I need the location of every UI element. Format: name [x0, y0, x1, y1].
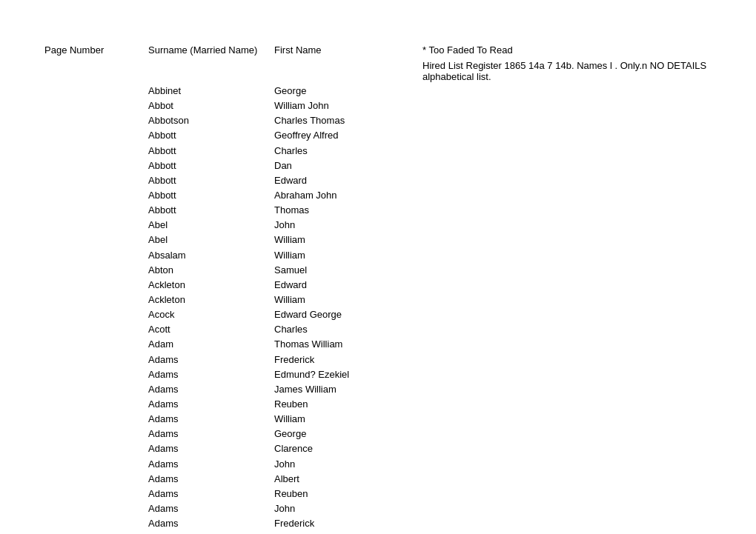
- cell-note: [422, 427, 719, 441]
- table-row: AbtonSamuel: [44, 263, 712, 278]
- table-row: AbbottAbraham John: [44, 188, 712, 203]
- cell-firstname: John: [274, 501, 422, 516]
- cell-surname: Adams: [148, 397, 274, 412]
- cell-page: [44, 472, 148, 487]
- cell-surname: Ackleton: [148, 278, 274, 293]
- cell-firstname: William: [274, 233, 422, 247]
- cell-note: [422, 412, 719, 427]
- cell-surname: Acock: [148, 307, 274, 322]
- table-row: AdamsAlbert: [44, 472, 712, 487]
- cell-note: [422, 188, 719, 203]
- header-note2: Hired List Register 1865 14a 7 14b. Name…: [422, 60, 719, 82]
- cell-note: [422, 441, 719, 456]
- table-row: AbbottEdward: [44, 173, 712, 188]
- cell-page: [44, 128, 148, 143]
- cell-surname: Abbotson: [148, 113, 274, 128]
- cell-surname: Adams: [148, 457, 274, 472]
- cell-note: [422, 367, 719, 382]
- table-row: AbbotWilliam John: [44, 99, 712, 113]
- cell-firstname: William: [274, 248, 422, 263]
- table-row: AbbotsonCharles Thomas: [44, 113, 712, 128]
- header-firstname: First Name: [274, 44, 422, 56]
- cell-page: [44, 337, 148, 352]
- table-row: Abbott Geoffrey Alfred: [44, 128, 712, 143]
- cell-firstname: Edward: [274, 173, 422, 188]
- table-row: AcockEdward George: [44, 307, 712, 322]
- cell-firstname: James William: [274, 382, 422, 397]
- cell-page: [44, 99, 148, 113]
- cell-page: [44, 457, 148, 472]
- cell-page: [44, 531, 148, 534]
- cell-page: [44, 84, 148, 99]
- cell-page: [44, 307, 148, 322]
- cell-note: [422, 278, 719, 293]
- cell-page: [44, 516, 148, 531]
- cell-page: [44, 441, 148, 456]
- cell-page: [44, 487, 148, 501]
- table-row: AdamThomas William: [44, 337, 712, 352]
- cell-note: [422, 293, 719, 307]
- cell-page: [44, 248, 148, 263]
- cell-note: [422, 472, 719, 487]
- page-container: Page Number Surname (Married Name) First…: [44, 44, 712, 534]
- table-row: AbelJohn: [44, 218, 712, 233]
- cell-page: [44, 188, 148, 203]
- table-row: AcottCharles: [44, 322, 712, 337]
- cell-surname: Abbot: [148, 99, 274, 113]
- table-row: AdamsJohn: [44, 457, 712, 472]
- cell-surname: Acott: [148, 322, 274, 337]
- header-row: Page Number Surname (Married Name) First…: [44, 44, 712, 56]
- table-row: AdamsJames William: [44, 382, 712, 397]
- cell-surname: Abbott: [148, 144, 274, 158]
- cell-firstname: Frederick: [274, 353, 422, 367]
- cell-firstname: Charles: [274, 322, 422, 337]
- cell-surname: Adams: [148, 441, 274, 456]
- cell-firstname: Reuben: [274, 487, 422, 501]
- cell-note: [422, 128, 719, 143]
- header-page-number: Page Number: [44, 44, 148, 56]
- cell-surname: Abel: [148, 218, 274, 233]
- table-row: AbbottThomas: [44, 203, 712, 218]
- data-rows: AbbinetGeorgeAbbotWilliam JohnAbbotsonCh…: [44, 84, 712, 534]
- cell-surname: Adams: [148, 412, 274, 427]
- cell-surname: Adams: [148, 472, 274, 487]
- cell-firstname: Samuel: [274, 263, 422, 278]
- cell-surname: Adams: [148, 516, 274, 531]
- cell-page: [44, 501, 148, 516]
- cell-firstname: Thomas: [274, 203, 422, 218]
- cell-page: [44, 353, 148, 367]
- cell-surname: Abbott: [148, 128, 274, 143]
- cell-page: [44, 427, 148, 441]
- cell-note: [422, 99, 719, 113]
- cell-surname: Adams: [148, 427, 274, 441]
- cell-note: [422, 322, 719, 337]
- cell-firstname: George: [274, 84, 422, 99]
- cell-firstname: John: [274, 457, 422, 472]
- cell-note: [422, 353, 719, 367]
- cell-surname: Adam: [148, 337, 274, 352]
- cell-page: [44, 113, 148, 128]
- cell-note: [422, 173, 719, 188]
- cell-surname: Adams: [148, 501, 274, 516]
- cell-firstname: Albert: [274, 472, 422, 487]
- cell-page: [44, 218, 148, 233]
- cell-firstname: Edmund? Ezekiel: [274, 367, 422, 382]
- table-row: AdamsWilliam: [44, 412, 712, 427]
- table-row: AdamsClarence: [44, 441, 712, 456]
- table-row: AckletonEdward: [44, 278, 712, 293]
- table-row: AdamsReuben: [44, 487, 712, 501]
- cell-firstname: William: [274, 412, 422, 427]
- cell-firstname: Reuben: [274, 397, 422, 412]
- cell-surname: Adams: [148, 487, 274, 501]
- cell-note: [422, 218, 719, 233]
- cell-firstname: William: [274, 293, 422, 307]
- cell-note: [422, 233, 719, 247]
- cell-page: [44, 144, 148, 158]
- cell-surname: Adams: [148, 531, 274, 534]
- cell-note: [422, 516, 719, 531]
- table-row: AckletonWilliam: [44, 293, 712, 307]
- table-row: AbbinetGeorge: [44, 84, 712, 99]
- cell-firstname: Abraham John: [274, 188, 422, 203]
- cell-note: [422, 337, 719, 352]
- cell-note: [422, 158, 719, 173]
